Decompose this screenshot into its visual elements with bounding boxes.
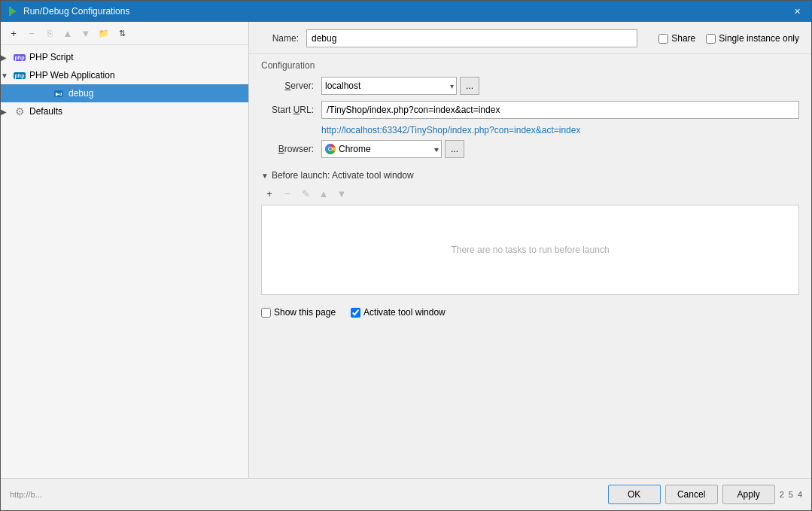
php-script-label: PHP Script bbox=[29, 52, 73, 62]
php-script-icon: php bbox=[13, 51, 26, 63]
right-panel: Name: Share Single instance only Configu… bbox=[249, 22, 811, 478]
copy-config-button[interactable]: ⎘ bbox=[41, 25, 58, 41]
dialog-title: Run/Debug Configurations bbox=[23, 6, 789, 17]
share-checkbox-label[interactable]: Share bbox=[658, 33, 695, 44]
footer-number3: 4 bbox=[798, 490, 802, 499]
server-row: Server: localhost ... bbox=[261, 77, 799, 95]
footer-numbers: 2 bbox=[780, 490, 784, 499]
browser-row: Browser: bbox=[261, 140, 799, 158]
left-toolbar: + − ⎘ ▲ ▼ 📁 ⇅ bbox=[1, 22, 248, 45]
single-instance-checkbox-label[interactable]: Single instance only bbox=[706, 33, 799, 44]
start-url-row: Start URL: bbox=[261, 101, 799, 119]
before-launch-title: Before launch: Activate tool window bbox=[272, 170, 414, 181]
bottom-checkboxes: Show this page Activate tool window bbox=[249, 301, 811, 324]
before-launch-edit-button[interactable]: ✎ bbox=[297, 185, 314, 202]
expand-icon-php-script: ▶ bbox=[1, 53, 13, 62]
svg-rect-1 bbox=[9, 7, 11, 16]
tree-item-php-script[interactable]: ▶ php PHP Script bbox=[1, 48, 248, 66]
debug-label: debug bbox=[68, 88, 93, 99]
expand-icon-php-web-app: ▼ bbox=[1, 71, 13, 80]
title-bar-icon bbox=[7, 5, 19, 17]
config-section: Configuration Server: localhost ... bbox=[249, 54, 811, 170]
share-area: Share Single instance only bbox=[658, 33, 799, 44]
browser-name: Chrome bbox=[339, 144, 434, 154]
remove-config-button[interactable]: − bbox=[23, 25, 40, 41]
name-bar: Name: Share Single instance only bbox=[249, 22, 811, 54]
show-this-page-text: Show this page bbox=[274, 307, 336, 318]
before-launch-remove-button[interactable]: − bbox=[279, 185, 296, 202]
php-web-app-icon: php bbox=[13, 69, 26, 81]
collapse-icon: ▼ bbox=[261, 172, 269, 180]
before-launch-up-button[interactable]: ▲ bbox=[315, 185, 332, 202]
start-url-label: Start URL: bbox=[261, 105, 314, 115]
before-launch-empty-message: There are no tasks to run before launch bbox=[451, 245, 609, 255]
before-launch-header[interactable]: ▼ Before launch: Activate tool window bbox=[261, 170, 799, 181]
activate-tool-window-text: Activate tool window bbox=[363, 307, 446, 318]
server-label: Server: bbox=[261, 81, 314, 91]
browser-select-wrapper: Chrome ▾ bbox=[321, 140, 442, 158]
before-launch-list: There are no tasks to run before launch bbox=[261, 205, 799, 295]
move-up-button[interactable]: ▲ bbox=[59, 25, 76, 41]
debug-config-icon: ▶d bbox=[52, 87, 65, 99]
before-launch-toolbar: + − ✎ ▲ ▼ bbox=[261, 185, 799, 202]
single-instance-checkbox[interactable] bbox=[706, 34, 716, 44]
apply-button[interactable]: Apply bbox=[722, 485, 775, 504]
main-content: + − ⎘ ▲ ▼ 📁 ⇅ ▶ php PHP Script bbox=[1, 22, 811, 478]
single-instance-label: Single instance only bbox=[719, 33, 799, 44]
left-panel: + − ⎘ ▲ ▼ 📁 ⇅ ▶ php PHP Script bbox=[1, 22, 249, 478]
share-label: Share bbox=[671, 33, 695, 44]
browser-label: Browser: bbox=[261, 144, 314, 154]
title-bar: Run/Debug Configurations ✕ bbox=[1, 1, 811, 22]
close-button[interactable]: ✕ bbox=[789, 5, 805, 18]
activate-tool-window-label[interactable]: Activate tool window bbox=[351, 307, 446, 318]
server-select-wrapper: localhost bbox=[321, 77, 457, 95]
tree-item-debug[interactable]: ▶d debug bbox=[1, 84, 248, 102]
tree-item-php-web-app[interactable]: ▼ php PHP Web Application bbox=[1, 66, 248, 84]
ok-button[interactable]: OK bbox=[608, 485, 661, 504]
expand-icon-defaults: ▶ bbox=[1, 108, 13, 116]
add-config-button[interactable]: + bbox=[5, 25, 22, 41]
move-down-button[interactable]: ▼ bbox=[78, 25, 94, 41]
share-checkbox[interactable] bbox=[658, 34, 668, 44]
server-ellipsis-button[interactable]: ... bbox=[460, 77, 479, 95]
tree-item-defaults[interactable]: ▶ ⚙ Defaults bbox=[1, 102, 248, 120]
defaults-icon: ⚙ bbox=[13, 105, 26, 117]
cancel-button[interactable]: Cancel bbox=[665, 485, 718, 504]
sort-button[interactable]: ⇅ bbox=[114, 25, 130, 41]
run-debug-dialog: Run/Debug Configurations ✕ + − ⎘ ▲ ▼ 📁 ⇅… bbox=[0, 0, 812, 511]
defaults-label: Defaults bbox=[29, 106, 62, 117]
show-this-page-checkbox[interactable] bbox=[261, 308, 271, 318]
browser-controls: Chrome ▾ ... bbox=[321, 140, 464, 158]
config-tree: ▶ php PHP Script ▼ php PHP Web Applicati… bbox=[1, 45, 248, 478]
before-launch-down-button[interactable]: ▼ bbox=[333, 185, 350, 202]
start-url-input[interactable] bbox=[321, 101, 799, 119]
footer-number2: 5 bbox=[789, 490, 793, 499]
server-controls: localhost ... bbox=[321, 77, 479, 95]
footer-help-link: http://b... bbox=[10, 490, 604, 499]
chrome-browser-icon bbox=[325, 144, 336, 154]
before-launch-add-button[interactable]: + bbox=[261, 185, 278, 202]
php-web-app-label: PHP Web Application bbox=[29, 70, 115, 81]
config-title: Configuration bbox=[261, 60, 799, 71]
show-this-page-label[interactable]: Show this page bbox=[261, 307, 336, 318]
svg-point-4 bbox=[329, 148, 332, 151]
footer: http://b... OK Cancel Apply 2 5 4 bbox=[1, 478, 811, 510]
before-launch-section: ▼ Before launch: Activate tool window + … bbox=[249, 170, 811, 301]
browser-ellipsis-button[interactable]: ... bbox=[445, 140, 464, 158]
title-bar-buttons: ✕ bbox=[789, 5, 805, 18]
folder-button[interactable]: 📁 bbox=[96, 25, 112, 41]
resolved-url-link[interactable]: http://localhost:63342/TinyShop/index.ph… bbox=[321, 125, 799, 135]
server-select[interactable]: localhost bbox=[321, 77, 457, 95]
name-input[interactable] bbox=[306, 29, 637, 47]
activate-tool-window-checkbox[interactable] bbox=[351, 308, 360, 318]
name-label: Name: bbox=[261, 33, 299, 44]
